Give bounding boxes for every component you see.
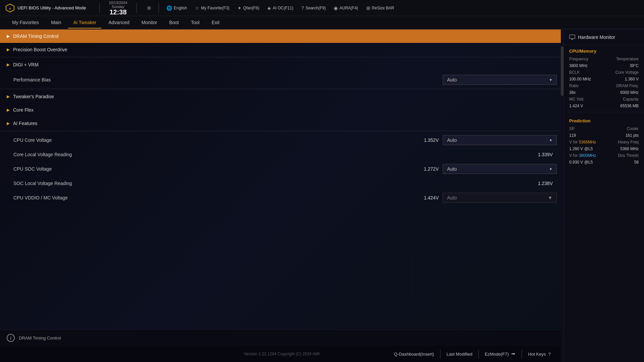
cpu-core-voltage-value: 1.352V [412, 137, 439, 143]
divider-3 [159, 3, 159, 13]
section-dram-timing-label: DRAM Timing Control [13, 34, 58, 39]
panel-v-for2-row: V for 3800MHz Dos Thresh [564, 152, 644, 159]
core-local-voltage-label: Core Local Voltage Reading [13, 152, 526, 157]
toolbar-search[interactable]: ? Search(F9) [298, 4, 329, 12]
chevron-ai-features-icon: ▶ [7, 121, 10, 126]
ratio-value: 38x [569, 90, 576, 95]
v-for-label: V for 5366MHz [569, 140, 596, 144]
nav-my-favorites[interactable]: My Favorites [7, 17, 44, 28]
section-tweakers-paradise[interactable]: ▶ Tweaker's Paradise [0, 90, 564, 103]
nav-tool[interactable]: Tool [185, 17, 205, 28]
scrollbar-track[interactable] [561, 29, 564, 362]
panel-bclk-value-row: 100.00 MHz 1.360 V [564, 76, 644, 82]
chevron-precision-icon: ▶ [7, 47, 10, 52]
cpu-soc-voltage-dropdown-value: Auto [447, 166, 457, 172]
mc-volt-label: MC Volt. [569, 97, 584, 102]
section-digi-vrm[interactable]: ▶ DIGI + VRM [0, 58, 564, 71]
section-core-flex-label: Core Flex [13, 107, 34, 113]
panel-ratio-row: Ratio DRAM Freq. [564, 82, 644, 89]
temperature-label: Temperature [616, 57, 639, 61]
chevron-tweakers-icon: ▶ [7, 94, 10, 99]
panel-frequency-value-row: 3800 MHz 39°C [564, 62, 644, 69]
panel-mc-volt-value-row: 1.424 V 65536 MB [564, 103, 644, 109]
core-voltage-label: Core Voltage [615, 70, 639, 75]
cpu-vddio-mc-label: CPU VDDIO / MC Voltage [13, 195, 412, 200]
top-bar: A UEFI BIOS Utility - Advanced Mode 10/1… [0, 0, 644, 16]
dropdown-arrow-icon: ▼ [549, 78, 552, 82]
cooler-label: Cooler [627, 126, 639, 131]
bottom-actions: Q-Dashboard(Insert) Last Modified EzMode… [388, 350, 557, 359]
divider-1 [99, 3, 100, 13]
cpu-soc-voltage-label: CPU SOC Voltage [13, 166, 412, 172]
toolbar-settings[interactable]: ⚙ [144, 4, 155, 12]
monitor-icon [569, 34, 575, 40]
aura-icon: ◉ [334, 5, 338, 11]
v-for-freq: 5366MHz [579, 140, 596, 144]
cpu-vddio-mc-dropdown[interactable]: Auto ▼ [443, 193, 557, 203]
nav-main[interactable]: Main [46, 17, 66, 28]
toolbar-aura-label: AURA(F4) [339, 6, 358, 10]
section-dram-timing[interactable]: ▶ DRAM Timing Control [0, 29, 564, 43]
core-voltage-value: 1.360 V [625, 77, 639, 81]
section-ai-features-label: AI Features [13, 121, 37, 126]
toolbar-search-label: Search(F9) [306, 6, 326, 10]
toolbar-aura[interactable]: ◉ AURA(F4) [330, 4, 361, 12]
info-text: DRAM Timing Control [19, 336, 61, 341]
chevron-digi-icon: ▶ [7, 62, 10, 67]
cpu-core-voltage-dropdown-value: Auto [447, 137, 457, 143]
dram-freq-value: 6000 MHz [620, 90, 639, 95]
hot-keys-button[interactable]: Hot Keys ? [522, 350, 557, 359]
dram-freq-label: DRAM Freq. [616, 83, 639, 88]
cooler-value: 161 pts [626, 133, 639, 138]
resize-icon: ⊞ [366, 5, 370, 11]
cpu-core-voltage-dropdown[interactable]: Auto ▼ [443, 135, 557, 145]
item-cpu-vddio-mc: CPU VDDIO / MC Voltage 1.424V Auto ▼ [0, 189, 564, 206]
capacity-value: 65536 MB [620, 104, 639, 108]
svg-line-3 [413, 218, 513, 318]
performance-bias-dropdown[interactable]: Auto ▼ [443, 75, 557, 85]
right-panel: Hardware Monitor CPU/Memory Frequency Te… [564, 29, 644, 362]
heavy-freq-label: Heavy Freq [618, 140, 639, 144]
ez-mode-button[interactable]: EzMode(F7) ⮕ [479, 350, 522, 359]
nav-advanced[interactable]: Advanced [103, 17, 135, 28]
divider-2 [137, 3, 137, 13]
scrollbar-thumb[interactable] [561, 46, 564, 96]
v-for2-value: 0.930 V @L5 [569, 160, 593, 165]
toolbar: ⚙ 🌐 English ☆ My Favorite(F3) ✦ Qfan(F6)… [144, 3, 639, 13]
toolbar-qfan[interactable]: ✦ Qfan(F6) [234, 4, 263, 12]
toolbar-resize-bar-label: ReSize BAR [372, 6, 394, 10]
toolbar-my-favorite[interactable]: ☆ My Favorite(F3) [192, 4, 233, 12]
nav-monitor[interactable]: Monitor [136, 17, 163, 28]
last-modified-button[interactable]: Last Modified [440, 350, 479, 359]
globe-icon: 🌐 [166, 5, 172, 11]
nav-boot[interactable]: Boot [164, 17, 184, 28]
panel-bclk-row: BCLK Core Voltage [564, 69, 644, 76]
v-for-value: 1.260 V @L5 [569, 146, 593, 151]
item-cpu-soc-voltage: CPU SOC Voltage 1.272V Auto ▼ [0, 161, 564, 177]
chevron-dram-icon: ▶ [7, 34, 10, 39]
panel-ratio-value-row: 38x 6000 MHz [564, 89, 644, 96]
ai-icon: ◈ [267, 5, 271, 11]
cpu-soc-voltage-dropdown[interactable]: Auto ▼ [443, 164, 557, 174]
dropdown-arrow-3-icon: ▼ [549, 167, 552, 171]
item-core-local-voltage: Core Local Voltage Reading 1.339V [0, 148, 564, 161]
section-precision-boost[interactable]: ▶ Precision Boost Overdrive [0, 43, 564, 56]
gear-icon: ⚙ [147, 5, 151, 11]
nav-ai-tweaker[interactable]: Ai Tweaker [68, 17, 102, 28]
hot-keys-label: Hot Keys [528, 352, 546, 357]
sp-label: SP [569, 126, 575, 131]
panel-v-for-value-row: 1.260 V @L5 5366 MHz [564, 145, 644, 152]
section-core-flex[interactable]: ▶ Core Flex [0, 103, 564, 117]
toolbar-resize-bar[interactable]: ⊞ ReSize BAR [363, 4, 398, 12]
nav-exit[interactable]: Exit [206, 17, 225, 28]
toolbar-ai-oc[interactable]: ◈ AI OC(F11) [264, 4, 297, 12]
q-dashboard-button[interactable]: Q-Dashboard(Insert) [388, 350, 440, 359]
date-display: 10/13/2024 [109, 1, 127, 5]
cpu-core-voltage-label: CPU Core Voltage [13, 137, 412, 143]
toolbar-english[interactable]: 🌐 English [163, 4, 190, 12]
item-cpu-core-voltage: CPU Core Voltage 1.352V Auto ▼ [0, 132, 564, 148]
panel-sp-row: SP Cooler [564, 125, 644, 132]
svg-line-4 [413, 218, 513, 318]
section-ai-features[interactable]: ▶ AI Features [0, 117, 564, 130]
section-precision-boost-label: Precision Boost Overdrive [13, 47, 67, 52]
